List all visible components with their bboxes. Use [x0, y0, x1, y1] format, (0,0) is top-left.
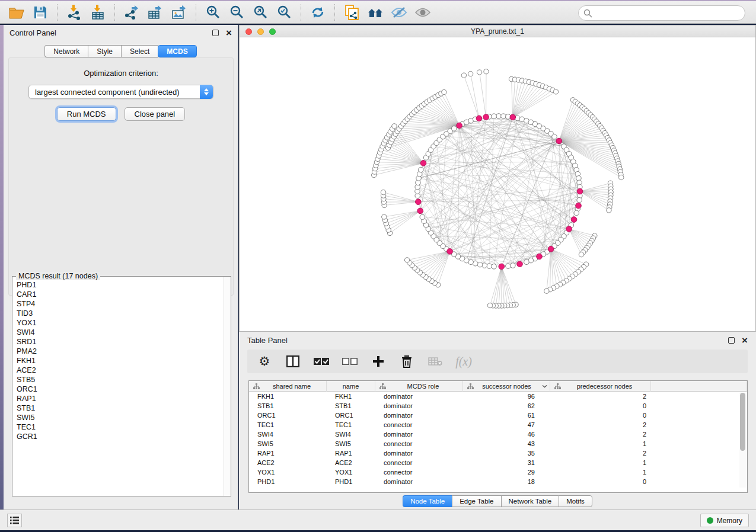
graph-node-mcds[interactable] [548, 246, 554, 252]
tab-style[interactable]: Style [88, 45, 121, 57]
mcds-result-item[interactable]: STP4 [13, 299, 223, 309]
graph-node[interactable] [552, 134, 557, 139]
graph-node[interactable] [392, 124, 397, 129]
graph-node[interactable] [619, 175, 624, 180]
function-builder-icon[interactable]: f(x) [456, 354, 471, 369]
graph-node[interactable] [382, 214, 387, 219]
table-row[interactable]: FKH1FKH1dominator962 [249, 392, 747, 401]
graph-node[interactable] [484, 69, 489, 74]
table-scrollbar-thumb[interactable] [740, 393, 745, 451]
graph-node-mcds[interactable] [571, 217, 577, 223]
graph-node[interactable] [419, 167, 424, 172]
float-panel-icon[interactable] [212, 30, 219, 36]
tab-mcds[interactable]: MCDS [158, 45, 196, 57]
mcds-result-item[interactable]: TID3 [13, 309, 223, 318]
graph-node[interactable] [442, 89, 446, 94]
table-row[interactable]: YOX1YOX1connector291 [249, 467, 747, 477]
graph-node[interactable] [487, 264, 492, 269]
table-row[interactable]: TEC1TEC1connector472 [249, 420, 747, 430]
graph-node[interactable] [477, 262, 483, 267]
graph-node-mcds[interactable] [510, 114, 516, 120]
graph-node[interactable] [461, 73, 466, 78]
tab-motifs[interactable]: Motifs [559, 495, 592, 507]
table-settings-gear-icon[interactable]: ⚙ [257, 354, 272, 369]
zoom-selected-icon[interactable] [272, 2, 296, 23]
graph-node-mcds[interactable] [457, 123, 462, 129]
graph-node-mcds[interactable] [416, 199, 422, 205]
float-panel-icon[interactable] [728, 337, 735, 344]
mcds-result-item[interactable]: CAR1 [13, 290, 223, 299]
table-row[interactable]: STB1STB1dominator620 [249, 401, 747, 411]
table-row[interactable]: SWI4SWI4dominator462 [249, 430, 747, 439]
column-header-successor-nodes[interactable]: successor nodes [463, 381, 550, 392]
graph-node[interactable] [506, 264, 511, 269]
column-header-shared-name[interactable]: shared name [249, 381, 327, 392]
graph-node-mcds[interactable] [420, 161, 426, 166]
table-row[interactable]: ORC1ORC1dominator610 [249, 411, 747, 420]
network-canvas[interactable] [240, 37, 755, 331]
window-close-icon[interactable] [245, 28, 252, 35]
run-mcds-button[interactable]: Run MCDS [57, 107, 116, 121]
graph-node[interactable] [577, 197, 582, 203]
graph-node-mcds[interactable] [576, 203, 582, 209]
graph-node[interactable] [511, 263, 516, 268]
mcds-result-item[interactable]: FKH1 [13, 356, 223, 366]
column-header-MCDS-role[interactable]: MCDS role [375, 381, 463, 392]
optimization-select[interactable]: largest connected component (undirected) [28, 85, 213, 99]
export-image-icon[interactable] [167, 2, 191, 23]
graph-node[interactable] [492, 114, 497, 119]
export-network-icon[interactable] [120, 2, 143, 23]
graph-node-mcds[interactable] [417, 208, 423, 214]
mcds-result-scrollbar[interactable] [224, 277, 231, 496]
table-row[interactable]: ACE2ACE2connector311 [249, 458, 747, 467]
graph-node[interactable] [477, 70, 481, 75]
mcds-result-item[interactable]: ORC1 [13, 384, 223, 394]
mcds-result-item[interactable]: STB1 [13, 403, 223, 413]
open-file-icon[interactable] [5, 2, 28, 23]
add-column-icon[interactable] [371, 354, 386, 369]
graph-node-mcds[interactable] [483, 114, 489, 120]
mcds-result-item[interactable]: ACE2 [13, 366, 223, 375]
graph-node-mcds[interactable] [447, 249, 453, 255]
graph-node[interactable] [468, 71, 473, 76]
graph-node-mcds[interactable] [476, 116, 482, 121]
table-scrollbar[interactable] [739, 393, 746, 488]
graph-node[interactable] [420, 214, 425, 220]
graph-node[interactable] [487, 303, 492, 307]
graph-node-mcds[interactable] [556, 138, 562, 144]
close-panel-button[interactable]: Close panel [125, 107, 186, 121]
search-input[interactable] [578, 5, 745, 21]
mcds-result-item[interactable]: SRD1 [13, 337, 223, 347]
mcds-result-item[interactable]: TEC1 [13, 422, 223, 432]
graph-node-mcds[interactable] [499, 264, 505, 270]
zoom-in-icon[interactable] [201, 2, 225, 23]
graph-node[interactable] [544, 289, 549, 293]
tab-network[interactable]: Network [44, 45, 88, 57]
mcds-result-list[interactable]: PHD1CAR1STP4TID3YOX1SWI4SRD1PMA2FKH1ACE2… [13, 280, 223, 495]
first-neighbors-icon[interactable] [363, 2, 387, 23]
tab-select[interactable]: Select [121, 45, 158, 57]
memory-button[interactable]: Memory [700, 514, 749, 527]
graph-node-mcds[interactable] [566, 226, 572, 232]
column-header-name[interactable]: name [327, 381, 375, 392]
graph-node-mcds[interactable] [517, 261, 523, 267]
mcds-result-item[interactable]: RAP1 [13, 394, 223, 403]
graph-node[interactable] [579, 252, 583, 257]
mcds-result-item[interactable]: PHD1 [13, 280, 223, 290]
hide-selected-icon[interactable] [387, 2, 411, 23]
mcds-result-item[interactable]: GCR1 [13, 432, 223, 441]
window-maximize-icon[interactable] [269, 28, 276, 35]
graph-node[interactable] [381, 190, 385, 194]
graph-node[interactable] [553, 89, 558, 94]
zoom-fit-icon[interactable] [248, 2, 272, 23]
column-header-predecessor-nodes[interactable]: predecessor nodes [550, 381, 651, 392]
mcds-result-item[interactable]: SWI4 [13, 328, 223, 337]
mcds-result-item[interactable]: PMA2 [13, 347, 223, 356]
show-all-icon[interactable] [411, 2, 435, 23]
refresh-icon[interactable] [306, 2, 330, 23]
table-row[interactable]: PHD1PHD1dominator180 [249, 477, 747, 486]
delete-table-icon[interactable] [428, 354, 443, 369]
mcds-result-item[interactable]: SWI5 [13, 413, 223, 422]
select-all-icon[interactable] [314, 354, 329, 369]
mcds-result-item[interactable]: STB5 [13, 375, 223, 384]
